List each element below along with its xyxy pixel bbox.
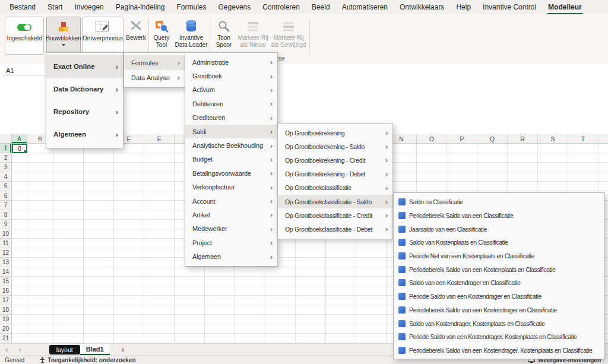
menu-item[interactable]: Exact Online › xyxy=(46,55,123,78)
row-header-21[interactable]: 21 xyxy=(0,334,11,343)
building-block-menu-item[interactable]: Periodebereik Saldo van een Kostendrager… xyxy=(394,303,604,317)
row-header-18[interactable]: 18 xyxy=(0,305,11,315)
ontwerpmodus-toggle-button[interactable]: Ontwerpmodus xyxy=(82,17,124,55)
row-header-3[interactable]: 3 xyxy=(0,163,11,172)
menu-item[interactable]: Op Grootboekclassificatie › xyxy=(278,181,392,195)
ribbon-tab[interactable]: Automatiseren xyxy=(336,0,394,14)
column-header-R[interactable]: R xyxy=(508,134,538,143)
column-header-A[interactable]: A xyxy=(12,134,27,143)
column-header-S[interactable]: S xyxy=(538,134,568,143)
ribbon-tab[interactable]: Pagina-indeling xyxy=(110,0,171,14)
row-header-14[interactable]: 14 xyxy=(0,267,11,277)
menu-item[interactable]: Op Grootboekrekening › xyxy=(278,126,392,140)
row-header-19[interactable]: 19 xyxy=(0,315,11,324)
menu-item[interactable]: Algemeen › xyxy=(185,249,277,263)
add-sheet-button[interactable]: + xyxy=(121,345,125,354)
column-header-Q[interactable]: Q xyxy=(477,134,508,143)
row-header-13[interactable]: 13 xyxy=(0,258,11,267)
row-header-9[interactable]: 9 xyxy=(0,220,11,229)
row-header-7[interactable]: 7 xyxy=(0,201,11,210)
invantive-data-loader-button[interactable]: Invantive Data Loader xyxy=(175,17,208,55)
menu-item[interactable]: Betalingsvoorwaarde › xyxy=(185,166,277,180)
building-block-menu-item[interactable]: Periode Net van een Kostenplaats en Clas… xyxy=(394,249,604,263)
menu-item[interactable]: Debiteuren › xyxy=(185,97,277,110)
sheet-nav-next-icon[interactable]: › xyxy=(13,344,26,356)
ribbon-tab[interactable]: Controleren xyxy=(256,0,306,14)
row-header-11[interactable]: 11 xyxy=(0,239,11,248)
building-block-menu-item[interactable]: Periodebereik Saldo van een Kostenplaats… xyxy=(394,262,604,276)
accessibility-status[interactable]: Toegankelijkheid: onderzoeken xyxy=(40,357,135,363)
row-header-1[interactable]: 1 xyxy=(0,144,11,153)
menu-item[interactable]: Budget › xyxy=(185,153,277,166)
building-block-menu-item[interactable]: Saldo van Kostendrager, Kostenplaats en … xyxy=(394,316,604,330)
menu-item[interactable]: Formules › xyxy=(124,55,185,70)
row-header-12[interactable]: 12 xyxy=(0,248,11,258)
ribbon-tab[interactable]: Bestand xyxy=(4,0,42,14)
ribbon-tab[interactable]: Ontwikkelaars xyxy=(394,0,450,14)
ribbon-tab[interactable]: Formules xyxy=(171,0,213,14)
menu-item[interactable]: Op Grootboekclassificatie - Saldo › xyxy=(278,195,392,208)
menu-item[interactable]: Medewerker › xyxy=(185,222,277,236)
sheet-tab[interactable]: Blad1 xyxy=(80,344,110,355)
query-tool-button[interactable]: Query Tool xyxy=(150,17,173,55)
menu-item[interactable]: Op Grootboekrekening - Saldo › xyxy=(278,140,392,153)
menu-item[interactable]: Op Grootboekclassificatie - Debet › xyxy=(278,222,392,236)
menu-item[interactable]: Account › xyxy=(185,194,277,208)
toon-spoor-button[interactable]: Toon Spoor xyxy=(212,17,236,55)
row-header-16[interactable]: 16 xyxy=(0,286,11,296)
row-header-10[interactable]: 10 xyxy=(0,229,11,239)
column-header-T[interactable]: T xyxy=(568,134,598,143)
menu-item[interactable]: Op Grootboekclassificatie - Credit › xyxy=(278,208,392,222)
ribbon-tab[interactable]: Help xyxy=(450,0,477,14)
row-header-6[interactable]: 6 xyxy=(0,191,11,201)
sheet-nav-prev-icon[interactable]: ‹ xyxy=(0,344,13,356)
menu-item[interactable]: Administratie › xyxy=(185,55,277,69)
column-header-O[interactable]: O xyxy=(417,134,447,143)
row-header-15[interactable]: 15 xyxy=(0,277,11,286)
row-header-2[interactable]: 2 xyxy=(0,153,11,163)
bewerk-button[interactable]: Bewerk xyxy=(125,17,147,55)
building-block-menu-item[interactable]: Saldo na Classificatie xyxy=(394,195,604,209)
ribbon-tab[interactable]: Beeld xyxy=(306,0,336,14)
menu-item[interactable]: Activum › xyxy=(185,83,277,97)
menu-item[interactable]: Project › xyxy=(185,236,277,249)
menu-item[interactable]: Data Dictionary › xyxy=(46,78,123,100)
row-header-4[interactable]: 4 xyxy=(0,172,11,182)
ribbon-tab[interactable]: Gegevens xyxy=(213,0,257,14)
ribbon-tab[interactable]: Invoegen xyxy=(68,0,109,14)
ribbon-tab[interactable]: Invantive Control xyxy=(477,0,542,14)
column-header-U[interactable]: U xyxy=(598,134,608,143)
menu-item[interactable]: Crediteuren › xyxy=(185,111,277,125)
select-all-corner[interactable] xyxy=(0,134,12,143)
building-block-menu-item[interactable]: Periodebereik Saldo van een Classificati… xyxy=(394,209,604,223)
menu-item[interactable]: Artikel › xyxy=(185,208,277,221)
column-header-F[interactable]: F xyxy=(144,134,175,143)
bouwblokken-menu-button[interactable]: Bouwblokken xyxy=(46,17,81,55)
column-header-P[interactable]: P xyxy=(447,134,477,143)
row-header-5[interactable]: 5 xyxy=(0,182,11,191)
building-block-menu-item[interactable]: Periodebereik Saldo van een Kostendrager… xyxy=(394,344,604,357)
menu-item[interactable]: Analytische Boekhouding › xyxy=(185,138,277,152)
menu-item[interactable]: Saldi › xyxy=(185,125,277,138)
row-header-column: 123456789101112131415161718192021 xyxy=(0,144,12,343)
row-header-8[interactable]: 8 xyxy=(0,210,11,220)
menu-item[interactable]: Verkoopfactuur › xyxy=(185,181,277,194)
menu-item[interactable]: Op Grootboekrekening - Debet › xyxy=(278,167,392,181)
menu-item[interactable]: Op Grootboekrekening - Credit › xyxy=(278,153,392,167)
row-header-17[interactable]: 17 xyxy=(0,296,11,305)
ribbon-tab[interactable]: Start xyxy=(42,0,68,14)
building-block-menu-item[interactable]: Periode Saldo van een Kostendrager en Cl… xyxy=(394,290,604,303)
menu-item[interactable]: Data Analyse › xyxy=(124,70,185,85)
building-block-menu-item[interactable]: Saldo van een Kostendrager en Classifica… xyxy=(394,276,604,290)
menu-item[interactable]: Repository › xyxy=(46,100,123,123)
ingeschakeld-toggle-button[interactable]: Ingeschakeld xyxy=(5,17,44,55)
sheet-tab[interactable]: layout xyxy=(49,345,80,354)
building-block-menu-item[interactable]: Saldo van Kostenplaats en Classificatie xyxy=(394,236,604,249)
building-block-menu-item[interactable]: Jaarsaldo van een Classificatie xyxy=(394,222,604,236)
building-block-menu-item[interactable]: Periode Saldo van een Kostendrager, Kost… xyxy=(394,330,604,344)
selected-cell[interactable]: 0 xyxy=(12,144,27,153)
row-header-20[interactable]: 20 xyxy=(0,324,11,334)
menu-item[interactable]: Grootboek › xyxy=(185,69,277,83)
menu-item[interactable]: Algemeen › xyxy=(46,123,123,145)
ribbon-tab[interactable]: Modelleur xyxy=(542,0,588,14)
